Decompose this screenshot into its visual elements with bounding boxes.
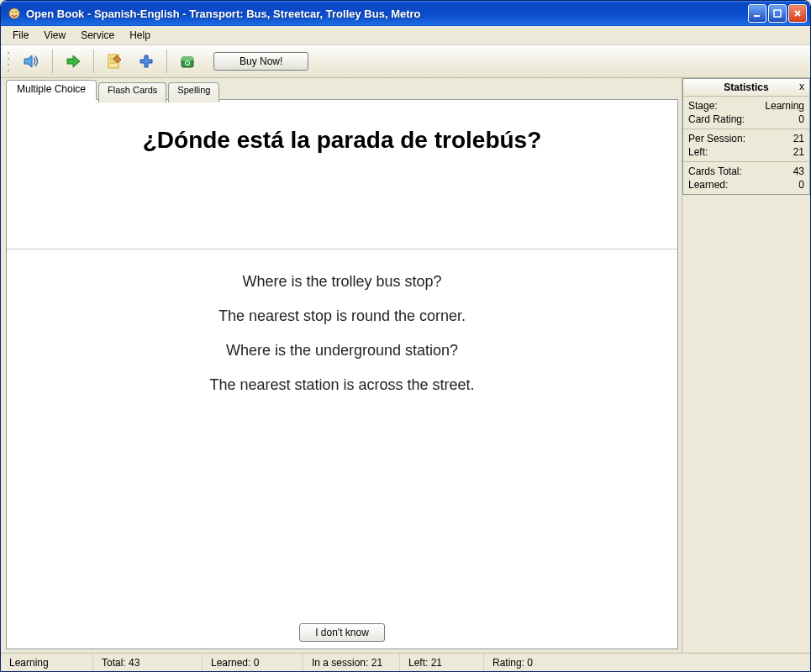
menu-help[interactable]: Help	[123, 28, 157, 43]
status-learned: Learned: 0	[203, 654, 303, 671]
toolbar-separator	[166, 50, 167, 73]
speaker-icon	[22, 52, 42, 71]
arrow-right-icon	[64, 52, 82, 71]
stat-stage-label: Stage:	[688, 100, 718, 112]
stat-cards-total-label: Cards Total:	[688, 165, 742, 177]
svg-point-1	[12, 11, 13, 13]
notepad-icon	[105, 52, 124, 71]
content-area: Multiple Choice Flash Cards Spelling ¿Dó…	[1, 78, 810, 653]
maximize-button[interactable]	[768, 4, 787, 23]
tab-spelling[interactable]: Spelling	[168, 82, 219, 102]
svg-rect-4	[774, 10, 781, 17]
sound-button[interactable]	[18, 49, 46, 74]
answer-option[interactable]: The nearest stop is round the corner.	[219, 307, 466, 325]
stat-per-session-value: 21	[793, 133, 804, 144]
answers-list: Where is the trolley bus stop? The neare…	[7, 249, 677, 417]
main-panel: Multiple Choice Flash Cards Spelling ¿Dó…	[1, 78, 682, 653]
tabs: Multiple Choice Flash Cards Spelling	[6, 80, 678, 100]
svg-point-2	[15, 11, 17, 13]
box-icon	[178, 52, 197, 71]
menu-service[interactable]: Service	[74, 28, 121, 43]
toolbar-separator	[93, 50, 94, 73]
toolbar-grip	[6, 50, 11, 73]
stat-card-rating-label: Card Rating:	[688, 113, 745, 125]
close-button[interactable]	[788, 4, 807, 23]
stat-left-label: Left:	[688, 146, 708, 158]
menu-file[interactable]: File	[6, 28, 35, 43]
status-left: Left: 21	[400, 654, 484, 671]
statistics-close-icon[interactable]: x	[799, 81, 804, 92]
question-area: ¿Dónde está la parada de trolebús?	[7, 100, 677, 249]
stat-learned-value: 0	[798, 179, 804, 191]
minimize-button[interactable]	[748, 4, 766, 23]
next-button[interactable]	[59, 49, 87, 74]
toolbar: Buy Now!	[1, 45, 810, 78]
dont-know-button[interactable]: I don't know	[299, 623, 385, 642]
statusbar: Learning Total: 43 Learned: 0 In a sessi…	[1, 653, 810, 671]
svg-rect-3	[754, 15, 760, 17]
app-icon	[8, 7, 21, 20]
tab-flash-cards[interactable]: Flash Cards	[98, 82, 166, 102]
answer-option[interactable]: The nearest station is across the street…	[209, 376, 474, 394]
status-mode: Learning	[1, 654, 93, 671]
menu-view[interactable]: View	[37, 28, 72, 43]
answer-option[interactable]: Where is the underground station?	[226, 342, 458, 360]
sidebar: Statistics x Stage:Learning Card Rating:…	[682, 78, 810, 653]
plus-icon	[137, 52, 155, 71]
dont-know-wrap: I don't know	[7, 623, 677, 642]
window-title: Open Book - Spanish-English - Transport:…	[26, 8, 748, 20]
statistics-header: Statistics x	[683, 79, 809, 97]
stat-stage-value: Learning	[765, 100, 804, 112]
toolbar-separator	[52, 50, 53, 73]
status-in-session: In a session: 21	[303, 654, 400, 671]
stat-learned-label: Learned:	[688, 179, 728, 191]
menubar: File View Service Help	[1, 26, 810, 45]
buy-now-button[interactable]: Buy Now!	[213, 52, 308, 71]
app-window: Open Book - Spanish-English - Transport:…	[0, 0, 811, 672]
answer-option[interactable]: Where is the trolley bus stop?	[242, 273, 441, 291]
stat-per-session-label: Per Session:	[688, 133, 745, 144]
add-button[interactable]	[132, 49, 161, 74]
window-buttons	[748, 4, 807, 23]
status-rating: Rating: 0	[484, 654, 810, 671]
stat-card-rating-value: 0	[798, 113, 804, 125]
edit-button[interactable]	[100, 49, 129, 74]
stat-left-value: 21	[793, 146, 804, 158]
titlebar[interactable]: Open Book - Spanish-English - Transport:…	[1, 1, 810, 26]
svg-point-0	[9, 8, 19, 18]
tab-multiple-choice[interactable]: Multiple Choice	[6, 80, 97, 100]
recycle-button[interactable]	[173, 49, 202, 74]
status-total: Total: 43	[93, 654, 203, 671]
svg-rect-7	[182, 57, 193, 60]
statistics-title: Statistics	[724, 81, 768, 93]
card-panel: ¿Dónde está la parada de trolebús? Where…	[6, 99, 678, 649]
question-text: ¿Dónde está la parada de trolebús?	[7, 100, 677, 162]
statistics-panel: Statistics x Stage:Learning Card Rating:…	[682, 78, 810, 195]
stat-cards-total-value: 43	[793, 165, 804, 177]
